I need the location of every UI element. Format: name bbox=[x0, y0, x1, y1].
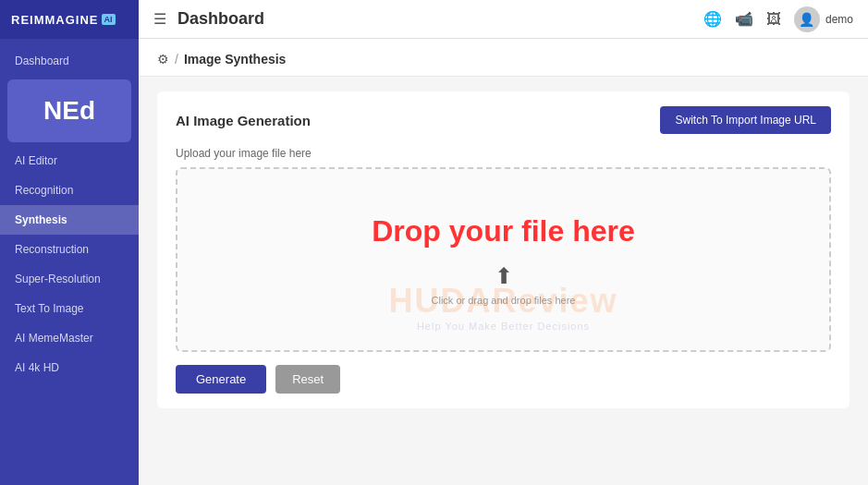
topbar: ☰ Dashboard 🌐 📹 🖼 👤 demo bbox=[139, 0, 868, 39]
sidebar: REIMMAGINE AI Dashboard NEd AI Editor Re… bbox=[0, 0, 139, 485]
action-buttons: Generate Reset bbox=[176, 365, 831, 394]
gallery-icon[interactable]: 🖼 bbox=[766, 11, 781, 28]
upload-label: Upload your image file here bbox=[176, 147, 831, 160]
sidebar-item-recognition[interactable]: Recognition bbox=[0, 176, 139, 205]
generate-button[interactable]: Generate bbox=[176, 365, 266, 394]
watermark-line2: Help You Make Better Decisions bbox=[388, 321, 617, 332]
ned-box: NEd bbox=[7, 79, 131, 142]
video-icon[interactable]: 📹 bbox=[735, 10, 753, 28]
logo-text: REIMMAGINE bbox=[11, 13, 99, 27]
breadcrumb-current: Image Synthesis bbox=[184, 52, 287, 67]
username-label: demo bbox=[825, 13, 853, 26]
sidebar-item-dashboard[interactable]: Dashboard bbox=[0, 46, 139, 76]
sidebar-item-ai-meme-master[interactable]: AI MemeMaster bbox=[0, 323, 139, 353]
switch-to-import-url-button[interactable]: Switch To Import Image URL bbox=[660, 106, 831, 134]
sidebar-item-text-to-image[interactable]: Text To Image bbox=[0, 294, 139, 323]
menu-icon[interactable]: ☰ bbox=[153, 10, 166, 28]
topbar-icons: 🌐 📹 🖼 👤 demo bbox=[703, 6, 853, 32]
upload-icon: ⬆ bbox=[495, 263, 513, 289]
main-content: ☰ Dashboard 🌐 📹 🖼 👤 demo ⚙ / Image Synth… bbox=[139, 0, 868, 485]
user-menu[interactable]: 👤 demo bbox=[794, 6, 853, 32]
card-title: AI Image Generation bbox=[176, 113, 311, 128]
globe-icon[interactable]: 🌐 bbox=[703, 10, 722, 28]
card-header: AI Image Generation Switch To Import Ima… bbox=[176, 106, 831, 134]
sidebar-item-synthesis[interactable]: Synthesis bbox=[0, 205, 139, 235]
sidebar-item-ai-editor[interactable]: AI Editor bbox=[0, 146, 139, 176]
breadcrumb-separator: / bbox=[175, 52, 178, 67]
main-card: AI Image Generation Switch To Import Ima… bbox=[157, 91, 850, 408]
reset-button[interactable]: Reset bbox=[275, 365, 340, 394]
upload-dropzone[interactable]: Drop your file here ⬆ Click or drag and … bbox=[176, 167, 831, 352]
content-area: AI Image Generation Switch To Import Ima… bbox=[139, 77, 868, 485]
avatar: 👤 bbox=[794, 6, 820, 32]
drop-text: Drop your file here bbox=[372, 214, 635, 249]
watermark: HUDAReview Help You Make Better Decision… bbox=[388, 282, 617, 332]
page-title: Dashboard bbox=[177, 9, 692, 29]
sidebar-item-reconstruction[interactable]: Reconstruction bbox=[0, 235, 139, 264]
sidebar-item-ai-4k-hd[interactable]: AI 4k HD bbox=[0, 353, 139, 382]
breadcrumb-icon: ⚙ bbox=[157, 52, 169, 67]
logo-ai-badge: AI bbox=[102, 14, 116, 25]
sidebar-nav: Dashboard NEd AI Editor Recognition Synt… bbox=[0, 39, 139, 485]
breadcrumb: ⚙ / Image Synthesis bbox=[139, 39, 868, 77]
sidebar-item-super-resolution[interactable]: Super-Resolution bbox=[0, 264, 139, 294]
logo: REIMMAGINE AI bbox=[0, 0, 139, 39]
upload-hint: Click or drag and drop files here bbox=[432, 295, 576, 306]
